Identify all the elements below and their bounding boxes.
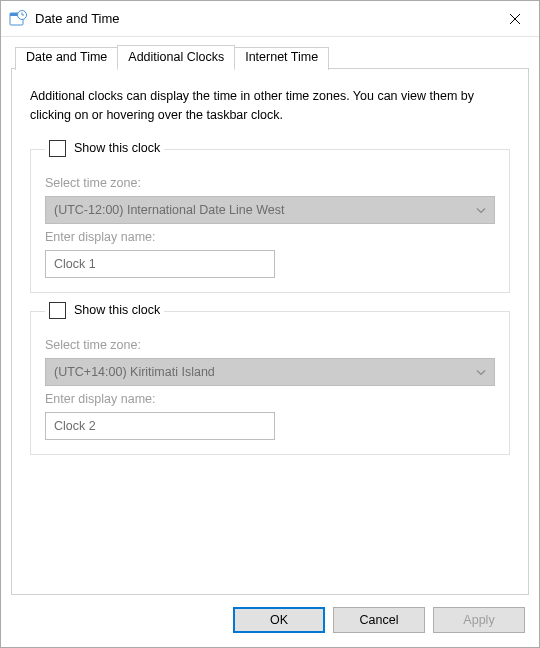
clock2-displayname-input[interactable] (45, 412, 275, 440)
clock1-show-label: Show this clock (74, 141, 160, 155)
apply-button[interactable]: Apply (433, 607, 525, 633)
chevron-down-icon (476, 204, 486, 215)
date-time-dialog: Date and Time Date and Time Additional C… (0, 0, 540, 648)
window-title: Date and Time (35, 11, 491, 26)
clock2-show-label: Show this clock (74, 303, 160, 317)
tab-area: Date and Time Additional Clocks Internet… (1, 37, 539, 595)
clock2-show-checkbox[interactable] (49, 302, 66, 319)
description-text: Additional clocks can display the time i… (30, 87, 510, 125)
titlebar: Date and Time (1, 1, 539, 37)
clock1-timezone-select[interactable]: (UTC-12:00) International Date Line West (45, 196, 495, 224)
tab-date-time[interactable]: Date and Time (15, 47, 118, 70)
clock2-timezone-value: (UTC+14:00) Kiritimati Island (54, 365, 215, 379)
clock1-legend: Show this clock (45, 140, 164, 157)
clock2-displayname-label: Enter display name: (45, 392, 495, 406)
cancel-button[interactable]: Cancel (333, 607, 425, 633)
clock1-displayname-input[interactable] (45, 250, 275, 278)
clock2-timezone-label: Select time zone: (45, 338, 495, 352)
clock1-displayname-label: Enter display name: (45, 230, 495, 244)
tabs: Date and Time Additional Clocks Internet… (15, 45, 529, 68)
close-button[interactable] (491, 1, 539, 37)
clock2-legend: Show this clock (45, 302, 164, 319)
date-time-icon (9, 10, 27, 28)
tab-internet-time[interactable]: Internet Time (234, 47, 329, 70)
close-icon (509, 13, 521, 25)
clock1-timezone-value: (UTC-12:00) International Date Line West (54, 203, 284, 217)
tab-content-additional-clocks: Additional clocks can display the time i… (11, 68, 529, 595)
clock2-timezone-select[interactable]: (UTC+14:00) Kiritimati Island (45, 358, 495, 386)
ok-button[interactable]: OK (233, 607, 325, 633)
clock1-group: Show this clock Select time zone: (UTC-1… (30, 149, 510, 293)
tab-additional-clocks[interactable]: Additional Clocks (117, 45, 235, 69)
clock1-show-checkbox[interactable] (49, 140, 66, 157)
dialog-buttons: OK Cancel Apply (1, 595, 539, 647)
clock1-timezone-label: Select time zone: (45, 176, 495, 190)
chevron-down-icon (476, 366, 486, 377)
clock2-group: Show this clock Select time zone: (UTC+1… (30, 311, 510, 455)
